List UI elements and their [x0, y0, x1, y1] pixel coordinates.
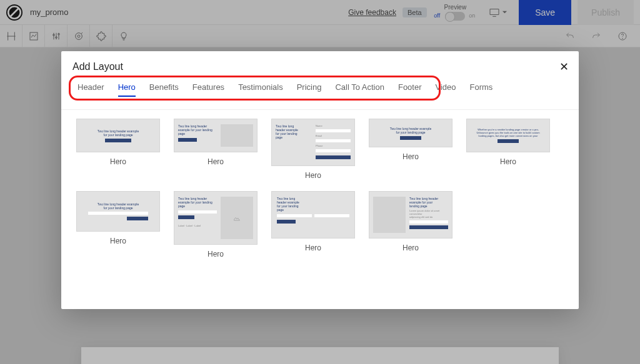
add-layout-modal: Add Layout ✕ Header Hero Benefits Featur…: [61, 51, 579, 309]
tab-hero[interactable]: Hero: [118, 82, 136, 97]
layout-template-hero-right-form[interactable]: Two line long headerexample for yourland…: [369, 191, 452, 258]
layout-template-hero-centered-narrow[interactable]: Two line long header examplefor your lan…: [369, 119, 452, 180]
layout-template-hero-left-media[interactable]: Two line long headerexample for your lan…: [174, 119, 258, 180]
layout-template-hero-centered-tall[interactable]: Two line long header examplefor your lan…: [76, 191, 160, 258]
layout-template-hero-centered[interactable]: Two line long header examplefor your lan…: [76, 119, 160, 180]
tab-forms[interactable]: Forms: [470, 82, 493, 97]
close-icon[interactable]: ✕: [559, 60, 569, 74]
tab-header[interactable]: Header: [78, 82, 104, 97]
tab-call-to-action[interactable]: Call To Action: [335, 82, 384, 97]
tab-pricing[interactable]: Pricing: [297, 82, 322, 97]
modal-title: Add Layout: [72, 61, 568, 72]
tab-video[interactable]: Video: [436, 82, 456, 97]
layout-template-hero-left-form[interactable]: Two line longheader examplefor your land…: [271, 119, 355, 180]
tab-testimonials[interactable]: Testimonials: [238, 82, 283, 97]
layout-template-hero-left-media-tall[interactable]: Two line long headerexample for your lan…: [174, 191, 258, 258]
layout-category-tabs: Header Hero Benefits Features Testimonia…: [72, 80, 568, 101]
tab-benefits[interactable]: Benefits: [149, 82, 179, 97]
layout-template-hero-two-col-form[interactable]: Two line longheader examplefor your land…: [271, 191, 355, 258]
tab-features[interactable]: Features: [192, 82, 224, 97]
tab-footer[interactable]: Footer: [398, 82, 422, 97]
divider: [61, 109, 579, 110]
layout-template-grid: Two line long header examplefor your lan…: [72, 119, 568, 258]
layout-template-hero-paragraph[interactable]: Whether you're a newbie landing page cre…: [466, 119, 550, 180]
